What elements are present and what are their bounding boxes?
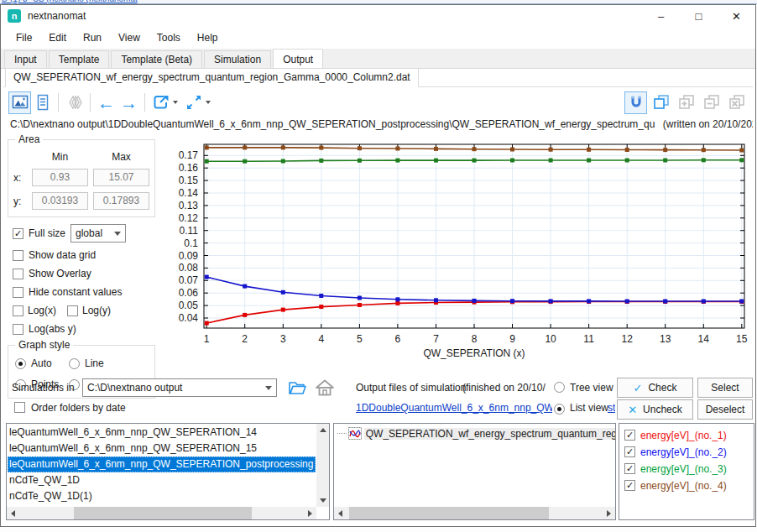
chart-canvas[interactable]: 1234567891011121314150.040.050.060.070.0… — [157, 136, 753, 373]
graph-style-option-auto[interactable]: Auto — [15, 357, 69, 369]
svg-text:7: 7 — [433, 333, 439, 345]
copy-pages-button[interactable] — [650, 91, 672, 114]
show-overlay-checkbox[interactable] — [13, 269, 23, 279]
fullscreen-dropdown-caret[interactable] — [206, 101, 211, 104]
fullscreen-button[interactable] — [182, 91, 205, 114]
y-max-field[interactable]: 0.17893 — [93, 192, 149, 210]
svg-text:0.17: 0.17 — [179, 149, 199, 161]
hide-constant-values-checkbox[interactable] — [13, 287, 23, 298]
mini-chart-icon — [348, 427, 362, 440]
close-pages-button[interactable] — [725, 91, 748, 114]
output-file-item[interactable]: QW_SEPERATION_wf_energy_spectrum_quantum… — [337, 425, 615, 441]
full-size-scope-select[interactable]: global — [70, 224, 126, 243]
curve-item[interactable]: ✓energy[eV]_(no._4) — [619, 477, 754, 493]
tree-connector — [337, 433, 347, 434]
curve-checkbox[interactable]: ✓ — [624, 430, 635, 441]
radio-icon[interactable] — [15, 358, 26, 369]
app-window: n nextnanomat – □ ✕ FileEditRunViewTools… — [0, 4, 756, 527]
select-button[interactable]: Select — [697, 378, 753, 398]
uncheck-button[interactable]: ✕ Uncheck — [617, 399, 693, 420]
log-x-checkbox[interactable] — [13, 305, 23, 316]
partial-link[interactable]: st — [608, 402, 615, 414]
tab-input[interactable]: Input — [4, 50, 47, 68]
full-size-label: Full size — [29, 227, 65, 239]
remove-pages-button[interactable] — [700, 91, 723, 114]
x-min-field[interactable]: 0.93 — [32, 169, 88, 186]
list-view-label: List view — [570, 402, 608, 414]
curve-label: energy[eV]_(no._4) — [640, 480, 727, 492]
toolbar-separator — [144, 93, 145, 112]
chart-view-button[interactable] — [8, 91, 31, 114]
open-folder-button[interactable] — [287, 378, 309, 400]
curve-checkbox[interactable]: ✓ — [624, 446, 635, 457]
file-written-date: (written on 20/10/2020) — [658, 118, 753, 130]
magnet-button[interactable] — [624, 91, 647, 114]
close-button[interactable]: ✕ — [718, 5, 755, 27]
tree-view-radio[interactable] — [554, 382, 565, 393]
list-item[interactable]: leQuantumWell_6_x_6nm_nnp_QW_SEPERATION_… — [8, 425, 316, 441]
toolbar-separator — [90, 93, 91, 112]
list-item[interactable]: leQuantumWell_6_x_6nm_nnp_QW_SEPERATION_… — [8, 456, 316, 472]
text-view-button[interactable] — [31, 91, 54, 114]
simulations-hscrollbar[interactable] — [7, 507, 316, 519]
order-folders-label: Order folders by date — [31, 402, 126, 414]
list-item[interactable]: leQuantumWell_6_x_6nm_nnp_QW_SEPERATION_… — [8, 441, 316, 456]
app-logo-icon: n — [8, 9, 21, 23]
menu-item-file[interactable]: File — [8, 29, 40, 47]
export-dropdown-caret[interactable] — [173, 101, 178, 104]
log-abs-y-checkbox[interactable] — [13, 324, 23, 335]
curve-checkbox[interactable]: ✓ — [624, 480, 635, 491]
curve-item[interactable]: ✓energy[eV]_(no._1) — [619, 427, 754, 443]
export-button[interactable] — [149, 91, 172, 114]
menu-item-run[interactable]: Run — [75, 29, 110, 47]
simulations-vscrollbar[interactable] — [316, 424, 329, 507]
list-item[interactable]: AlGaAs_10nmQW_Lifetime — [8, 504, 316, 506]
log-y-checkbox[interactable] — [67, 305, 78, 316]
check-button[interactable]: ✓ Check — [617, 378, 693, 398]
simulations-folder-select[interactable]: C:\D\nextnano output — [82, 378, 277, 397]
list-view-radio[interactable] — [554, 404, 565, 415]
show-data-grid-checkbox[interactable] — [13, 250, 23, 261]
curve-item[interactable]: ✓energy[eV]_(no._3) — [619, 461, 754, 477]
menu-item-tools[interactable]: Tools — [149, 29, 189, 47]
forward-button[interactable]: → — [117, 91, 140, 114]
back-button[interactable]: ← — [95, 91, 117, 114]
curve-checkbox[interactable]: ✓ — [624, 463, 635, 474]
order-folders-checkbox[interactable] — [14, 402, 25, 413]
add-pages-button[interactable] — [675, 91, 697, 114]
tab-template[interactable]: Template — [49, 50, 110, 68]
overlay-pages-button[interactable] — [63, 91, 86, 114]
home-button[interactable] — [314, 378, 336, 400]
tab-template-beta[interactable]: Template (Beta) — [111, 50, 202, 68]
svg-text:0.04: 0.04 — [179, 312, 199, 324]
scroll-thumb[interactable] — [74, 507, 252, 519]
menu-item-view[interactable]: View — [110, 29, 149, 47]
menu-item-help[interactable]: Help — [189, 29, 227, 47]
graph-style-option-line[interactable]: Line — [69, 357, 151, 369]
list-item[interactable]: nCdTe_QW_1D — [8, 472, 316, 488]
svg-text:8: 8 — [472, 333, 478, 345]
simulation-link[interactable]: 1DDoubleQuantumWell_6_x_6nm_nnp_QW_SEP — [356, 402, 552, 414]
tab-output[interactable]: Output — [273, 49, 323, 69]
maximize-button[interactable]: □ — [680, 5, 718, 27]
y-min-field[interactable]: 0.03193 — [32, 192, 88, 210]
log-abs-y-label: Log(abs y) — [29, 323, 76, 335]
lists-row: leQuantumWell_6_x_6nm_nnp_QW_SEPERATION_… — [3, 423, 754, 522]
max-column-label: Max — [93, 151, 149, 163]
background-window-title: D (1) 3 -CB (nextnano (nextnanomat — [2, 0, 757, 3]
radio-icon[interactable] — [69, 358, 80, 369]
menu-item-edit[interactable]: Edit — [40, 29, 75, 47]
chart-panel: 1234567891011121314150.040.050.060.070.0… — [157, 136, 753, 373]
file-tab[interactable]: QW_SEPERATION_wf_energy_spectrum_quantum… — [5, 68, 419, 87]
tab-simulation[interactable]: Simulation — [204, 50, 271, 68]
scroll-thumb[interactable] — [349, 507, 549, 519]
minimize-button[interactable]: – — [642, 5, 680, 27]
output-files-hscrollbar[interactable] — [334, 507, 615, 519]
full-size-checkbox[interactable]: ✓ — [13, 228, 23, 239]
deselect-button[interactable]: Deselect — [697, 399, 753, 420]
curve-item[interactable]: ✓energy[eV]_(no._2) — [619, 444, 754, 460]
scroll-left-icon — [11, 510, 15, 517]
list-item[interactable]: nCdTe_QW_1D(1) — [8, 488, 316, 504]
svg-text:9: 9 — [509, 333, 515, 345]
x-max-field[interactable]: 15.07 — [93, 169, 149, 186]
